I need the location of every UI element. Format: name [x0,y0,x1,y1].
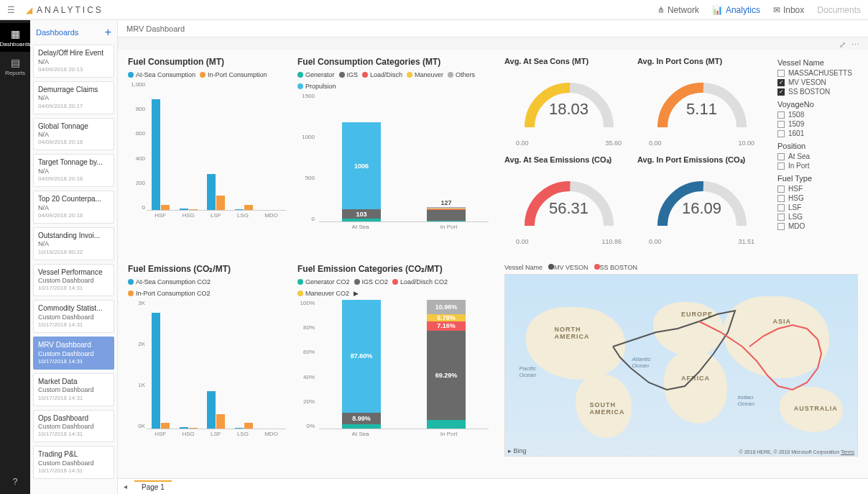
gauge-at-sea-emis: Avg. At Sea Emissions (CO₂) 56.31 0.00 1… [504,155,633,250]
tab-prev-icon[interactable]: ◂ [124,482,127,490]
gauge-at-sea-cons: Avg. At Sea Cons (MT) 18.03 0.00 35.60 [504,57,633,151]
bar[interactable] [161,423,170,429]
filters-panel: Vessel NameMASSACHUSETTS✓MV VESON✓SS BOS… [775,52,861,254]
brand-title: ANALYTICS [37,5,103,15]
filter-checkbox[interactable]: ✓SS BOSTON [777,88,858,96]
bar[interactable] [180,209,188,210]
chart-fuel-emissions: Fuel Emissions (CO₂/MT) At-Sea Consumpti… [125,260,289,461]
network-icon: ⋔ [657,5,665,15]
map-panel: Vessel Name MV VESON SS BOSTON NORTHAMER… [502,260,861,461]
gauges-panel: Avg. At Sea Cons (MT) 18.03 0.00 35.60 A… [502,52,769,254]
filter-heading: VoyageNo [777,100,858,109]
more-icon[interactable]: ⋯ [851,40,859,50]
filter-checkbox[interactable]: In Port [777,162,858,170]
reports-icon: ▤ [11,57,20,68]
bar[interactable] [207,174,216,210]
breadcrumb: MRV Dashboard [126,24,185,33]
bar[interactable] [216,196,225,210]
dashboard-card[interactable]: Market DataCustom Dashboard10/17/2018 14… [33,373,114,406]
bar[interactable] [244,205,253,210]
chart-fuel-emission-categories: Fuel Emission Categories (CO₂/MT) Genera… [295,260,496,461]
filter-heading: Vessel Name [777,58,858,67]
dashboard-card[interactable]: Demurrage ClaimsN/A04/09/2018 20:17 [33,81,114,114]
bar[interactable] [244,423,253,429]
filter-heading: Fuel Type [777,174,858,183]
map-terms-link[interactable]: Terms [841,449,854,454]
filter-checkbox[interactable]: HSF [777,185,858,193]
help-icon[interactable]: ? [13,477,18,487]
nav-network[interactable]: ⋔Network [657,5,699,15]
add-dashboard-button[interactable]: + [105,26,111,39]
dashboard-card[interactable]: Outstanding Invoi...N/A10/18/2018 80:22 [33,227,114,260]
dashboard-card[interactable]: Ops DashboardCustom Dashboard10/17/2018 … [33,410,114,443]
dashboard-card[interactable]: MRV DashboardCustom Dashboard10/17/2018 … [33,337,114,370]
dashboards-icon: ▦ [11,28,20,40]
dashboard-card[interactable]: Global TonnageN/A04/09/2018 20:18 [33,118,114,151]
filter-checkbox[interactable]: ✓MV VESON [777,78,858,86]
sidebar-title: Dashboards [36,28,78,37]
inbox-icon: ✉ [773,5,780,15]
filter-checkbox[interactable]: At Sea [777,152,858,160]
filter-checkbox[interactable]: LSF [777,203,858,211]
nav-inbox[interactable]: ✉Inbox [773,5,804,15]
filter-checkbox[interactable]: 1508 [777,111,858,119]
bar[interactable] [189,209,198,210]
expand-icon[interactable]: ⤢ [839,40,846,50]
logo-icon: ◢ [26,5,32,15]
dashboard-card[interactable]: Target Tonnage by...N/A04/09/2018 20:18 [33,154,114,187]
filter-checkbox[interactable]: MASSACHUSETTS [777,69,858,77]
filter-checkbox[interactable]: HSG [777,194,858,202]
dashboard-card[interactable]: Vessel PerformanceCustom Dashboard10/17/… [33,264,114,297]
bar[interactable] [216,414,225,429]
bar[interactable] [235,209,244,210]
chart-fuel-consumption-categories: Fuel Consumption Categories (MT) Generat… [295,52,496,254]
filter-checkbox[interactable]: 1509 [777,120,858,128]
dashboard-card[interactable]: Trading P&LCustom Dashboard10/17/2018 14… [33,446,114,479]
gauge-in-port-emis: Avg. In Port Emissions (CO₂) 16.09 0.00 … [637,155,766,250]
filter-checkbox[interactable]: 1601 [777,129,858,137]
nav-analytics[interactable]: 📊Analytics [712,5,760,15]
legend-scroll-icon[interactable]: ▶ [354,290,359,297]
analytics-icon: 📊 [712,5,723,15]
rail-dashboards[interactable]: ▦ Dashboards [0,23,30,52]
chart-fuel-consumption: Fuel Consumption (MT) At-Sea Consumption… [125,52,289,254]
filter-checkbox[interactable]: MDO [777,222,858,230]
dashboard-card[interactable]: Delay/Off Hire EventN/A04/09/2018 20:13 [33,45,114,78]
nav-documents[interactable]: Documents [817,5,861,15]
filter-heading: Position [777,142,858,150]
bar[interactable] [152,99,160,210]
bar[interactable] [180,427,188,429]
world-map[interactable]: NORTHAMERICA SOUTHAMERICA EUROPE AFRICA … [504,274,858,457]
menu-icon[interactable]: ☰ [7,5,20,15]
page-tab[interactable]: Page 1 [134,480,172,493]
dashboard-card[interactable]: Top 20 Counterpa...N/A04/09/2018 20:18 [33,191,114,224]
bar[interactable] [235,428,244,429]
map-provider: ▸ Bing [508,447,527,454]
filter-checkbox[interactable]: LSG [777,213,858,221]
gauge-in-port-cons: Avg. In Port Cons (MT) 5.11 0.00 10.00 [637,57,766,151]
bar[interactable] [207,391,216,429]
bar[interactable] [152,313,160,429]
bar[interactable] [161,205,170,210]
bar[interactable] [189,428,198,429]
dashboard-card[interactable]: Commodity Statist...Custom Dashboard10/1… [33,300,114,333]
rail-reports[interactable]: ▤ Reports [0,52,30,81]
